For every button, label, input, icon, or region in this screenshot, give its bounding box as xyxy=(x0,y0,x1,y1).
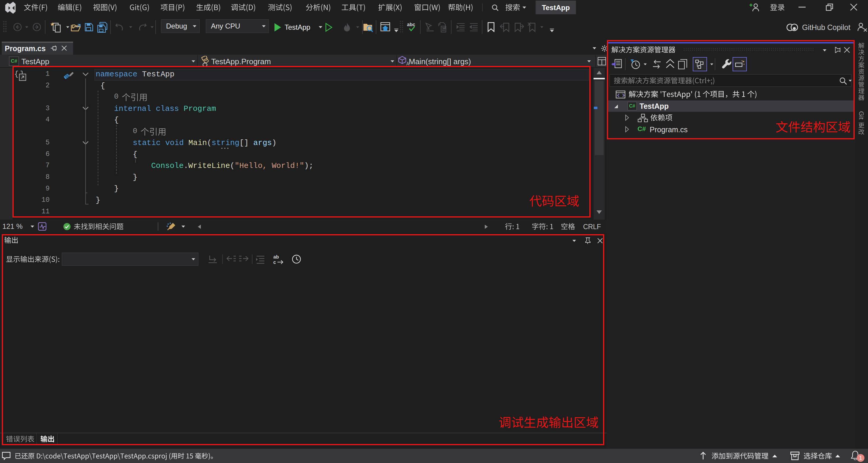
svg-text:abc: abc xyxy=(407,22,415,27)
